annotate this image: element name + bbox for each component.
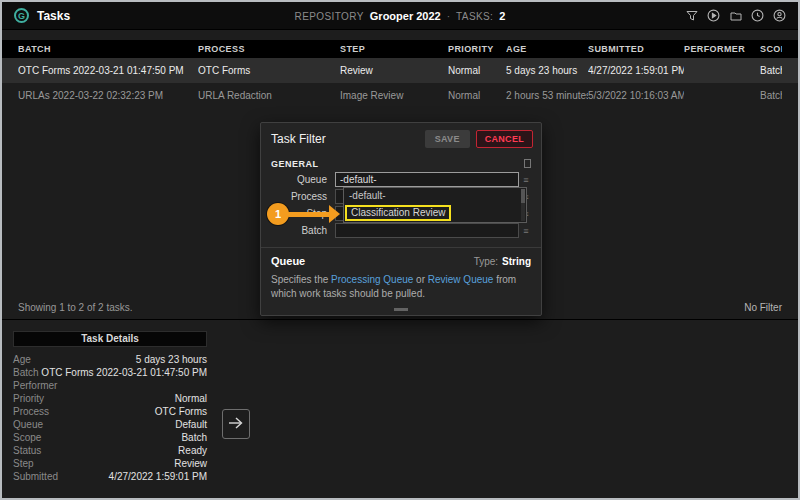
field-options-icon[interactable]: ≡ — [519, 226, 533, 236]
dialog-header: Task Filter SAVE CANCEL — [261, 123, 541, 154]
right-arrow-icon — [228, 417, 244, 432]
batch-input[interactable] — [335, 223, 519, 238]
app-window: G Tasks REPOSITORY Grooper 2022 · TASKS:… — [0, 0, 800, 500]
cell-batch: OTC Forms 2022-03-21 01:47:50 PM — [18, 65, 198, 76]
section-label: GENERAL — [271, 159, 524, 169]
queue-dropdown: -default- Classification Review — [343, 187, 527, 223]
task-filter-dialog: Task Filter SAVE CANCEL GENERAL Queue ≡ … — [260, 122, 542, 316]
detail-value: Batch — [181, 432, 207, 443]
property-description: Specifies the Processing Queue or Review… — [271, 273, 531, 301]
cell-submitted: 5/3/2022 10:16:03 AM — [588, 90, 684, 101]
cell-scope: Batch — [760, 90, 782, 101]
batch-field-label: Batch — [271, 225, 335, 236]
detail-label: Process — [13, 406, 49, 417]
column-header-age[interactable]: AGE — [506, 44, 588, 54]
dropdown-item-default[interactable]: -default- — [344, 188, 526, 204]
cell-priority: Normal — [448, 65, 506, 76]
desc-text: or — [413, 274, 427, 285]
detail-value: 5 days 23 hours — [136, 354, 207, 365]
dialog-title: Task Filter — [271, 132, 425, 146]
annotation-arrow-line — [287, 212, 331, 217]
batch-field-row: Batch ≡ — [261, 222, 541, 239]
detail-value: Default — [175, 419, 207, 430]
detail-row: Age5 days 23 hours — [13, 353, 207, 366]
play-icon[interactable] — [707, 9, 720, 22]
showing-count-text: Showing 1 to 2 of 2 tasks. — [18, 302, 133, 313]
property-name: Queue — [271, 255, 474, 267]
repository-value: Grooper 2022 — [370, 10, 441, 22]
save-button[interactable]: SAVE — [425, 130, 470, 148]
tasks-count: 2 — [499, 10, 505, 22]
type-label: Type: — [474, 256, 498, 267]
detail-value: OTC Forms 2022-03-21 01:47:50 PM — [41, 367, 207, 378]
detail-label: Age — [13, 354, 31, 365]
property-help-header: Queue Type: String — [271, 255, 531, 267]
column-header-performer[interactable]: PERFORMER — [684, 44, 760, 54]
cell-step: Review — [340, 65, 448, 76]
dropdown-scrollbar[interactable] — [521, 189, 525, 221]
type-value: String — [502, 256, 531, 267]
annotation-step-badge: 1 — [267, 203, 289, 225]
detail-label: Scope — [13, 432, 41, 443]
column-header-submitted[interactable]: SUBMITTED — [588, 44, 684, 54]
detail-value: Review — [174, 458, 207, 469]
top-bar: G Tasks REPOSITORY Grooper 2022 · TASKS:… — [2, 2, 798, 30]
column-header-process[interactable]: PROCESS — [198, 44, 340, 54]
table-row[interactable]: OTC Forms 2022-03-21 01:47:50 PM OTC For… — [2, 58, 798, 83]
property-help-pane: Queue Type: String Specifies the Process… — [261, 247, 541, 303]
processing-queue-link[interactable]: Processing Queue — [331, 274, 413, 285]
queue-input[interactable] — [335, 172, 519, 187]
detail-row: Submitted4/27/2022 1:59:01 PM — [13, 470, 207, 483]
cell-step: Image Review — [340, 90, 448, 101]
detail-label: Status — [13, 445, 41, 456]
detail-row: ProcessOTC Forms — [13, 405, 207, 418]
annotation-arrow-head — [329, 205, 340, 223]
folder-icon[interactable] — [729, 9, 742, 22]
detail-value: 4/27/2022 1:59:01 PM — [109, 471, 207, 482]
filter-icon[interactable] — [685, 9, 698, 22]
column-header-priority[interactable]: PRIORITY — [448, 44, 506, 54]
detail-label: Step — [13, 458, 34, 469]
scrollbar-thumb[interactable] — [521, 189, 525, 203]
cell-scope: Batch — [760, 65, 782, 76]
column-header-step[interactable]: STEP — [340, 44, 448, 54]
process-field-label: Process — [271, 191, 335, 202]
dropdown-item-classification-review[interactable]: Classification Review — [344, 204, 526, 222]
separator-dot: · — [447, 11, 450, 22]
detail-row: Performer — [13, 379, 207, 392]
column-header-scope[interactable]: SCOPE — [760, 44, 782, 54]
column-header-batch[interactable]: BATCH — [18, 44, 198, 54]
panel-divider — [2, 319, 798, 320]
detail-row: StatusReady — [13, 444, 207, 457]
detail-row: ScopeBatch — [13, 431, 207, 444]
detail-label: Performer — [13, 380, 57, 391]
detail-label: Batch — [13, 367, 39, 378]
task-details-list: Age5 days 23 hours BatchOTC Forms 2022-0… — [13, 353, 207, 483]
properties-icon[interactable] — [524, 159, 531, 168]
field-options-icon[interactable]: ≡ — [519, 175, 533, 185]
queue-field-label: Queue — [271, 174, 335, 185]
review-queue-link[interactable]: Review Queue — [428, 274, 494, 285]
task-details-header: Task Details — [13, 331, 207, 347]
detail-value: Normal — [175, 393, 207, 404]
cell-batch: URLAs 2022-03-22 02:32:23 PM — [18, 90, 198, 101]
detail-value: Ready — [178, 445, 207, 456]
queue-field-row: Queue ≡ — [261, 171, 541, 188]
page-title: Tasks — [37, 9, 70, 23]
open-task-button[interactable] — [222, 409, 250, 439]
help-scrollbar-thumb[interactable] — [394, 308, 408, 311]
highlight-box: Classification Review — [345, 205, 451, 221]
cell-age: 2 hours 53 minutes — [506, 90, 588, 101]
task-table-header: BATCH PROCESS STEP PRIORITY AGE SUBMITTE… — [2, 40, 798, 58]
cancel-button[interactable]: CANCEL — [476, 130, 533, 148]
cell-submitted: 4/27/2022 1:59:01 PM — [588, 65, 684, 76]
repository-label: REPOSITORY — [295, 11, 364, 22]
toolbar-icons — [685, 9, 786, 22]
table-row[interactable]: URLAs 2022-03-22 02:32:23 PM URLA Redact… — [2, 83, 798, 108]
detail-value: OTC Forms — [155, 406, 207, 417]
detail-row: StepReview — [13, 457, 207, 470]
history-icon[interactable] — [751, 9, 764, 22]
user-icon[interactable] — [773, 9, 786, 22]
cell-age: 5 days 23 hours — [506, 65, 588, 76]
cell-process: OTC Forms — [198, 65, 340, 76]
